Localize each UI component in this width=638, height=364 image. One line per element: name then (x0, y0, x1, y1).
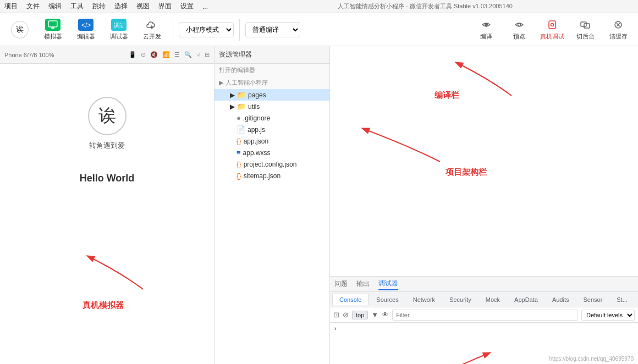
file-item-sitemap[interactable]: {} sitemap.json (215, 170, 329, 181)
app-name: 转角遇到爱 (89, 141, 125, 151)
devtab-sensor[interactable]: Sensor (576, 294, 609, 305)
menu-view[interactable]: 视图 (136, 2, 150, 11)
devtools-toolbar: ⊡ ⊘ top ▼ 👁 Default levels (330, 307, 638, 323)
file-item-projectconfig[interactable]: {} project.config.json (215, 158, 329, 170)
wifi-icon[interactable]: 📶 (162, 51, 170, 58)
devtab-appdata[interactable]: AppData (508, 294, 544, 305)
device-label: Phone 6/7/8 100% (4, 52, 54, 58)
file-name-appjs: app.js (248, 126, 265, 134)
project-section[interactable]: ▶ 人工智能小程序 (215, 76, 329, 89)
file-name-appjson: app.json (244, 137, 268, 145)
file-item-gitignore[interactable]: ● .gitignore (215, 112, 329, 124)
debug-tab-issues[interactable]: 问题 (334, 278, 348, 290)
simulator-panel: Phone 6/7/8 100% 📱 ⊙ 🔇 📶 ☰ 🔍 ⑂ ⊞ 诶 转角遇到爱… (0, 46, 215, 364)
app-logo-btn: 诶 (4, 15, 35, 44)
cloud-label: 云开发 (143, 32, 161, 41)
toolbar-right: 编译 预览 真机调试 切后台 清缓存 (471, 15, 634, 44)
mode-select[interactable]: 小程序模式 (179, 22, 234, 37)
devtab-sources[interactable]: Sources (370, 294, 405, 305)
menu-file[interactable]: 文件 (26, 2, 40, 11)
file-item-pages[interactable]: ▶ 📁 pages (215, 89, 329, 101)
json-icon-3: {} (237, 172, 241, 180)
simulator-toolbar: Phone 6/7/8 100% 📱 ⊙ 🔇 📶 ☰ 🔍 ⑂ ⊞ (0, 46, 214, 64)
menu-bar: 项目 文件 编辑 工具 跳转 选择 视图 界面 设置 ... 人工智能情感分析小… (0, 0, 638, 13)
menu-edit[interactable]: 编辑 (48, 2, 62, 11)
menu-select[interactable]: 选择 (114, 2, 128, 11)
real-debug-btn[interactable]: 真机调试 (537, 15, 568, 44)
real-simulator-label: 真机模拟器 (82, 300, 124, 311)
rotate-icon[interactable]: ⊙ (141, 51, 146, 58)
switch-bg-btn[interactable]: 切后台 (570, 15, 601, 44)
list-icon[interactable]: ☰ (174, 51, 180, 58)
branch-icon[interactable]: ⑂ (196, 52, 200, 58)
menu-interface[interactable]: 界面 (158, 2, 172, 11)
file-name-appwxss: app.wxss (243, 149, 271, 157)
svg-rect-7 (549, 21, 556, 29)
devtab-console[interactable]: Console (332, 294, 369, 305)
phone-icon[interactable]: 📱 (129, 51, 136, 58)
menu-tools[interactable]: 工具 (70, 2, 84, 11)
devtab-audits[interactable]: Audits (546, 294, 576, 305)
devtools-block-icon[interactable]: ⊘ (343, 311, 349, 319)
devtools-eye-icon[interactable]: 👁 (382, 311, 389, 319)
mute-icon[interactable]: 🔇 (150, 51, 158, 58)
main-area: Phone 6/7/8 100% 📱 ⊙ 🔇 📶 ☰ 🔍 ⑂ ⊞ 诶 转角遇到爱… (0, 46, 638, 364)
file-panel: 资源管理器 打开的编辑器 ▶ 人工智能小程序 ▶ 📁 pages ▶ 📁 uti… (215, 46, 330, 364)
annotation-area: 编译栏 项目架构栏 (330, 46, 638, 276)
project-label: 人工智能小程序 (226, 79, 268, 87)
file-item-utils[interactable]: ▶ 📁 utils (215, 101, 329, 112)
svg-point-8 (551, 23, 554, 26)
debugger-btn[interactable]: 调试 调试器 (103, 15, 134, 44)
real-debug-label: 真机调试 (540, 32, 564, 41)
filter-input[interactable] (392, 310, 578, 321)
resource-manager-title: 资源管理器 (219, 50, 252, 59)
search-icon[interactable]: 🔍 (184, 51, 192, 58)
app-logo: 诶 (88, 97, 127, 135)
svg-rect-9 (581, 22, 586, 26)
compile-btn[interactable]: 编译 (471, 15, 502, 44)
menu-project[interactable]: 项目 (4, 2, 18, 11)
expand-icon[interactable]: ⊞ (205, 51, 210, 58)
preview-label: 预览 (513, 32, 525, 41)
cloud-btn[interactable]: 云开发 (136, 15, 167, 44)
folder-icon-pages: 📁 (237, 91, 246, 99)
debug-tab-debugger[interactable]: 调试器 (378, 278, 398, 290)
file-item-appwxss[interactable]: ≡ app.wxss (215, 147, 329, 158)
debug-tabs-bar: 问题 输出 调试器 (330, 277, 638, 292)
top-badge[interactable]: top (352, 311, 368, 319)
separator-1 (173, 19, 173, 41)
debug-panel: 问题 输出 调试器 Console Sources Network Securi… (330, 276, 638, 364)
window-title: 人工智能情感分析小程序 - 微信开发者工具 Stable v1.03.20051… (217, 2, 634, 10)
level-select[interactable]: Default levels (581, 310, 635, 321)
debug-tab-output[interactable]: 输出 (356, 278, 370, 290)
svg-text:</>: </> (81, 21, 91, 29)
svg-point-6 (518, 23, 521, 26)
js-icon: 📄 (237, 125, 245, 134)
compile-label: 编译 (480, 32, 492, 41)
devtools-cursor-icon[interactable]: ⊡ (333, 311, 339, 319)
toolbar: 诶 模拟器 </> 编辑器 调试 调试器 云开发 小程序模式 普通编译 (0, 13, 638, 46)
editor-btn[interactable]: </> 编辑器 (70, 15, 101, 44)
compile-select[interactable]: 普通编译 (245, 22, 300, 37)
file-item-appjson[interactable]: {} app.json (215, 135, 329, 147)
preview-btn[interactable]: 预览 (504, 15, 535, 44)
menu-goto[interactable]: 跳转 (92, 2, 106, 11)
devtab-mock[interactable]: Mock (479, 294, 507, 305)
svg-rect-10 (584, 24, 590, 28)
file-name-sitemap: sitemap.json (244, 172, 280, 180)
menu-settings[interactable]: 设置 (180, 2, 194, 11)
file-panel-title: 资源管理器 (215, 46, 329, 64)
file-item-appjs[interactable]: 📄 app.js (215, 124, 329, 135)
devtab-st[interactable]: St... (610, 294, 634, 305)
simulator-btn[interactable]: 模拟器 (37, 15, 68, 44)
project-structure-label: 项目架构栏 (446, 167, 487, 178)
devtab-network[interactable]: Network (406, 294, 442, 305)
clear-cache-btn[interactable]: 清缓存 (603, 15, 634, 44)
devtab-security[interactable]: Security (443, 294, 478, 305)
folder-icon-utils: 📁 (237, 102, 246, 111)
devtools-tabs: Console Sources Network Security Mock Ap… (330, 292, 638, 307)
menu-more[interactable]: ... (202, 3, 208, 10)
compile-bar-label: 编译栏 (435, 90, 459, 101)
svg-rect-0 (48, 21, 57, 27)
devtools-dropdown-icon[interactable]: ▼ (371, 311, 378, 319)
